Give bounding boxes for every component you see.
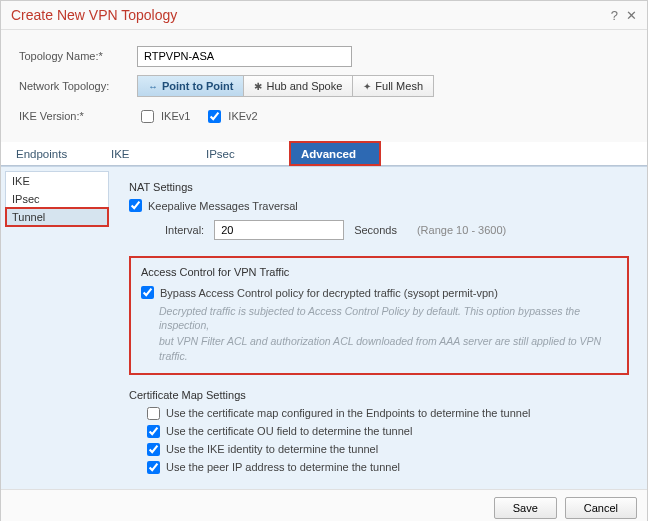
topology-full-label: Full Mesh <box>375 80 423 92</box>
ikev2-checkbox[interactable] <box>208 110 221 123</box>
row-network-topology: Network Topology: ↔ Point to Point ✱ Hub… <box>19 74 633 98</box>
topology-name-input[interactable] <box>137 46 352 67</box>
tab-ipsec[interactable]: IPsec <box>195 142 290 165</box>
content-row: IKE IPsec Tunnel NAT Settings Keepalive … <box>1 166 647 489</box>
cancel-button[interactable]: Cancel <box>565 497 637 519</box>
keepalive-label: Keepalive Messages Traversal <box>148 200 298 212</box>
tab-strip: Endpoints IKE IPsec Advanced <box>1 142 647 166</box>
access-control-section: Access Control for VPN Traffic Bypass Ac… <box>129 256 629 375</box>
cert-opt-2-row: Use the certificate OU field to determin… <box>147 425 629 438</box>
cert-map-section: Certificate Map Settings Use the certifi… <box>129 389 629 474</box>
vpn-topology-dialog: Create New VPN Topology ? ✕ Topology Nam… <box>0 0 648 521</box>
cert-opt-2-label: Use the certificate OU field to determin… <box>166 425 412 437</box>
hub-icon: ✱ <box>254 81 262 92</box>
form-area: Topology Name:* Network Topology: ↔ Poin… <box>1 30 647 138</box>
ikev2-option[interactable]: IKEv2 <box>204 107 257 126</box>
ike-version-group: IKEv1 IKEv2 <box>137 107 258 126</box>
mesh-icon: ✦ <box>363 81 371 92</box>
tunnel-settings-pane: NAT Settings Keepalive Messages Traversa… <box>109 167 647 489</box>
cert-opt-3-row: Use the IKE identity to determine the tu… <box>147 443 629 456</box>
interval-unit: Seconds <box>354 224 397 236</box>
cert-opt-4-checkbox[interactable] <box>147 461 160 474</box>
access-control-title: Access Control for VPN Traffic <box>141 266 617 278</box>
cert-opt-1-label: Use the certificate map configured in th… <box>166 407 530 419</box>
topology-point-to-point[interactable]: ↔ Point to Point <box>137 75 244 97</box>
cert-options: Use the certificate map configured in th… <box>147 407 629 474</box>
ikev1-option[interactable]: IKEv1 <box>137 107 190 126</box>
bypass-label: Bypass Access Control policy for decrypt… <box>160 287 498 299</box>
cert-map-title: Certificate Map Settings <box>129 389 629 401</box>
topology-name-label: Topology Name:* <box>19 50 137 62</box>
cert-opt-1-row: Use the certificate map configured in th… <box>147 407 629 420</box>
cert-opt-3-label: Use the IKE identity to determine the tu… <box>166 443 378 455</box>
dialog-controls: ? ✕ <box>611 8 637 23</box>
tree-item-ike[interactable]: IKE <box>6 172 108 190</box>
ikev1-label: IKEv1 <box>161 110 190 122</box>
network-topology-label: Network Topology: <box>19 80 137 92</box>
cert-opt-3-checkbox[interactable] <box>147 443 160 456</box>
cert-opt-1-checkbox[interactable] <box>147 407 160 420</box>
tab-ike[interactable]: IKE <box>100 142 195 165</box>
bypass-row: Bypass Access Control policy for decrypt… <box>141 286 617 299</box>
bypass-desc-1: Decrypted traffic is subjected to Access… <box>159 304 617 332</box>
help-icon[interactable]: ? <box>611 8 618 23</box>
bypass-checkbox[interactable] <box>141 286 154 299</box>
network-topology-toggle: ↔ Point to Point ✱ Hub and Spoke ✦ Full … <box>137 75 434 97</box>
bypass-desc-2: but VPN Filter ACL and authorization ACL… <box>159 334 617 362</box>
tree-item-ipsec[interactable]: IPsec <box>6 190 108 208</box>
interval-label: Interval: <box>165 224 204 236</box>
topology-hub-and-spoke[interactable]: ✱ Hub and Spoke <box>244 75 353 97</box>
cert-opt-2-checkbox[interactable] <box>147 425 160 438</box>
ptp-icon: ↔ <box>148 81 158 92</box>
topology-ptp-label: Point to Point <box>162 80 233 92</box>
nat-settings-section: NAT Settings Keepalive Messages Traversa… <box>129 181 629 240</box>
ikev2-label: IKEv2 <box>228 110 257 122</box>
advanced-sub-tree: IKE IPsec Tunnel <box>5 171 109 227</box>
tab-advanced[interactable]: Advanced <box>290 142 380 165</box>
keepalive-checkbox[interactable] <box>129 199 142 212</box>
row-ike-version: IKE Version:* IKEv1 IKEv2 <box>19 104 633 128</box>
save-button[interactable]: Save <box>494 497 557 519</box>
row-topology-name: Topology Name:* <box>19 44 633 68</box>
tab-endpoints[interactable]: Endpoints <box>5 142 100 165</box>
interval-input[interactable] <box>214 220 344 240</box>
dialog-title: Create New VPN Topology <box>11 7 177 23</box>
interval-row: Interval: Seconds (Range 10 - 3600) <box>165 220 629 240</box>
nat-settings-title: NAT Settings <box>129 181 629 193</box>
cert-opt-4-label: Use the peer IP address to determine the… <box>166 461 400 473</box>
dialog-footer: Save Cancel <box>1 489 647 521</box>
ikev1-checkbox[interactable] <box>141 110 154 123</box>
close-icon[interactable]: ✕ <box>626 8 637 23</box>
ike-version-label: IKE Version:* <box>19 110 137 122</box>
topology-hub-label: Hub and Spoke <box>266 80 342 92</box>
keepalive-row: Keepalive Messages Traversal <box>129 199 629 212</box>
dialog-header: Create New VPN Topology ? ✕ <box>1 1 647 30</box>
interval-range: (Range 10 - 3600) <box>417 224 506 236</box>
topology-full-mesh[interactable]: ✦ Full Mesh <box>353 75 434 97</box>
cert-opt-4-row: Use the peer IP address to determine the… <box>147 461 629 474</box>
tree-item-tunnel[interactable]: Tunnel <box>6 208 108 226</box>
